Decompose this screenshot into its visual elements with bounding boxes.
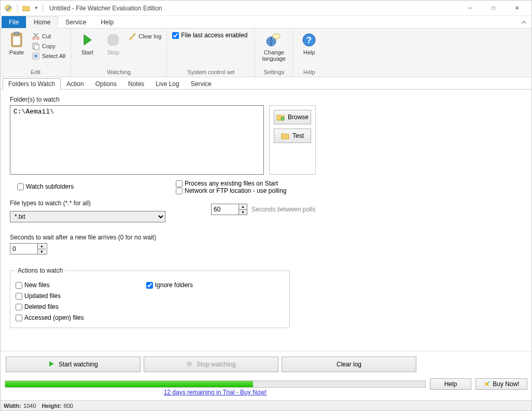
svg-point-5 — [37, 37, 39, 39]
process-existing-checkbox[interactable]: Process any existing files on Start — [176, 180, 315, 187]
ribbon: Paste Cut Copy Select All Edit — [1, 29, 531, 77]
copy-icon — [32, 42, 40, 50]
stop-icon — [105, 32, 121, 48]
copy-button[interactable]: Copy — [30, 41, 67, 51]
updated-files-checkbox[interactable]: Updated files — [16, 292, 84, 300]
globe-icon — [265, 32, 282, 48]
play-icon — [48, 361, 55, 368]
subtab-action[interactable]: Action — [61, 78, 89, 89]
cut-button[interactable]: Cut — [30, 32, 67, 41]
spin-up[interactable]: ▲ — [38, 244, 46, 249]
subtab-service[interactable]: Service — [185, 78, 217, 89]
svg-marker-10 — [108, 35, 118, 45]
actions-fieldset: Actions to watch New files Updated files… — [10, 267, 290, 328]
app-icon — [4, 4, 13, 13]
ribbon-group-help: ? Help Help — [293, 29, 325, 77]
buy-now-button[interactable]: Buy Now! — [475, 378, 527, 390]
clear-log-bottom-button[interactable]: Clear log — [282, 357, 416, 372]
poll-seconds-input[interactable]: ▲▼ — [211, 204, 247, 215]
statusbar: Width: 1040 Height: 800 — [1, 400, 531, 410]
svg-rect-2 — [14, 32, 19, 35]
paste-icon — [8, 32, 25, 48]
subtab-options[interactable]: Options — [90, 78, 122, 89]
broom-icon — [128, 32, 136, 40]
network-polling-checkbox[interactable]: Network or FTP location - use polling — [176, 187, 315, 194]
help-button[interactable]: ? Help — [296, 30, 322, 55]
folders-label: Folder(s) to watch — [10, 96, 522, 103]
ignore-folders-checkbox[interactable]: Ignore folders — [146, 281, 193, 289]
folder-icon: + — [276, 114, 285, 121]
content-panel: Folder(s) to watch C:\Aemail\ + Browse T… — [1, 90, 531, 351]
trial-link[interactable]: 12 days remaining in Trial - Buy Now! — [5, 389, 426, 396]
maximize-button[interactable]: □ — [482, 1, 505, 16]
help-icon: ? — [301, 32, 317, 48]
change-language-button[interactable]: Change language — [258, 30, 289, 62]
svg-text:+: + — [282, 117, 284, 120]
clear-log-button[interactable]: Clear log — [126, 32, 163, 41]
svg-rect-9 — [34, 54, 37, 58]
stop-button[interactable]: Stop — [100, 30, 126, 55]
ribbon-collapse-button[interactable] — [516, 16, 531, 28]
folders-input[interactable]: C:\Aemail\ — [10, 105, 264, 175]
action-bar: Start watching Stop watching Clear log — [1, 351, 531, 377]
qat-dropdown[interactable]: ▼ — [34, 6, 38, 10]
stop-watching-button[interactable]: Stop watching — [144, 357, 278, 372]
subtab-folders[interactable]: Folders to Watch — [3, 78, 61, 89]
watch-subfolders-checkbox[interactable]: Watch subfolders — [17, 183, 160, 190]
folder-icon — [281, 132, 289, 139]
help-bottom-button[interactable]: Help — [430, 378, 471, 390]
play-icon — [79, 32, 95, 48]
folder-side-buttons: + Browse Test — [269, 105, 316, 175]
spin-down[interactable]: ▼ — [38, 249, 46, 254]
titlebar: ▼ Untitled - File Watcher Evaluation Edi… — [1, 1, 531, 16]
close-button[interactable]: ✕ — [505, 1, 528, 16]
svg-rect-3 — [13, 36, 20, 45]
minimize-button[interactable]: ─ — [458, 1, 482, 16]
spin-up[interactable]: ▲ — [239, 204, 247, 210]
stop-icon — [186, 361, 193, 368]
cut-icon — [32, 32, 40, 40]
wait-seconds-input[interactable]: ▲▼ — [10, 243, 47, 254]
deleted-files-checkbox[interactable]: Deleted files — [16, 303, 84, 310]
ribbon-group-settings: Change language Settings — [255, 29, 293, 77]
test-button[interactable]: Test — [274, 129, 311, 143]
tab-help[interactable]: Help — [93, 16, 121, 28]
ribbon-group-edit: Paste Cut Copy Select All Edit — [1, 29, 71, 77]
browse-button[interactable]: + Browse — [274, 110, 311, 124]
new-files-checkbox[interactable]: New files — [16, 281, 84, 289]
paste-button[interactable]: Paste — [4, 30, 30, 55]
filetypes-label: File types to watch (*.* for all) — [10, 200, 160, 207]
svg-point-4 — [33, 37, 35, 39]
file-last-access-checkbox[interactable]: File last access enabled — [170, 30, 251, 39]
tab-service[interactable]: Service — [58, 16, 93, 28]
select-all-icon — [32, 52, 40, 60]
filetypes-select[interactable]: *.txt — [10, 211, 165, 222]
svg-marker-17 — [187, 361, 192, 366]
svg-text:?: ? — [306, 35, 312, 45]
spin-down[interactable]: ▼ — [239, 210, 247, 215]
svg-rect-7 — [34, 45, 39, 50]
svg-point-12 — [273, 34, 280, 39]
tab-home[interactable]: Home — [26, 16, 58, 29]
tab-file[interactable]: File — [2, 16, 26, 28]
trial-progress — [5, 380, 426, 388]
start-watching-button[interactable]: Start watching — [6, 357, 141, 372]
select-all-button[interactable]: Select All — [30, 51, 67, 61]
start-button[interactable]: Start — [74, 30, 100, 55]
open-icon[interactable] — [22, 4, 31, 13]
ribbon-group-watching: Start Stop Clear log Watching — [71, 29, 167, 77]
subtab-livelog[interactable]: Live Log — [150, 78, 185, 89]
window-title: Untitled - File Watcher Evaluation Editi… — [49, 5, 162, 12]
trial-row: 12 days remaining in Trial - Buy Now! He… — [1, 377, 531, 391]
poll-seconds-label: Seconds between polls — [251, 206, 315, 213]
ribbon-group-system: File last access enabled System control … — [167, 29, 255, 77]
sparkle-icon — [483, 380, 491, 388]
subtab-notes[interactable]: Notes — [122, 78, 150, 89]
subtab-row: Folders to Watch Action Options Notes Li… — [1, 77, 531, 90]
svg-point-18 — [488, 381, 490, 383]
wait-label: Seconds to wait after a new file arrives… — [10, 234, 160, 241]
accessed-files-checkbox[interactable]: Accessed (open) files — [16, 314, 84, 321]
ribbon-tabs: File Home Service Help — [1, 16, 531, 29]
